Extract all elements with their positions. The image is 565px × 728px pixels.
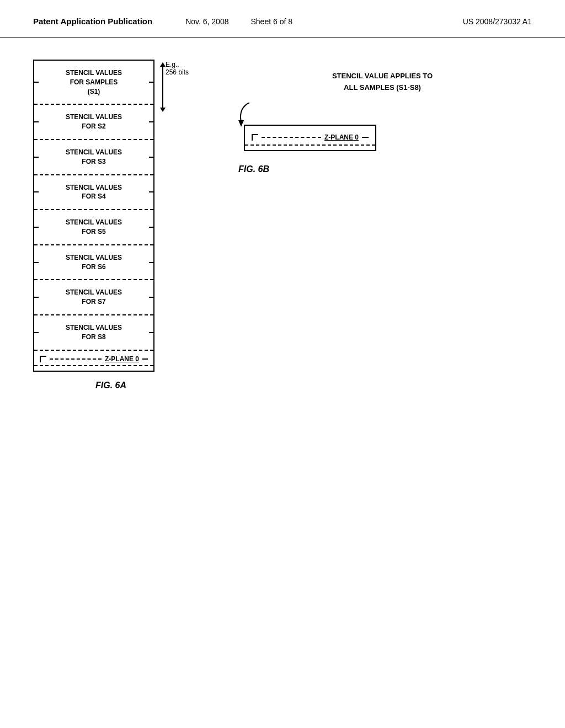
double-arrow [160,62,166,112]
s1-section: STENCIL VALUESFOR SAMPLES(S1) [34,61,153,104]
s3-section: STENCIL VALUESFOR S3 [34,140,153,174]
page-header: Patent Application Publication Nov. 6, 2… [0,0,565,38]
zplane-dash-line [50,358,102,360]
fig6b-main-box: Z-PLANE 0 [244,125,376,151]
s1-label: STENCIL VALUESFOR SAMPLES(S1) [39,61,149,104]
sheet-info: Sheet 6 of 8 [250,17,292,26]
fig6b-container: STENCIL VALUE APPLIES TOALL SAMPLES (S1-… [222,60,532,390]
s2-right-tick [149,121,154,122]
zplane-label-6a: Z-PLANE 0 [105,355,139,363]
bits-value-label: 256 bits [166,68,189,76]
s8-left-tick [33,332,39,333]
s1-right-tick [149,82,154,83]
spacer-bottom [34,366,153,371]
arrowhead-down-icon [160,108,166,112]
fig6a-main-box: STENCIL VALUESFOR SAMPLES(S1) STENCIL VA… [33,60,154,372]
s4-section: STENCIL VALUESFOR S4 [34,175,153,210]
s4-left-tick [33,191,39,192]
s4-label: STENCIL VALUESFOR S4 [39,175,149,210]
zplane-corner-icon [40,356,46,362]
s3-left-tick [33,157,39,158]
s2-section: STENCIL VALUESFOR S2 [34,105,153,139]
bits-arrow-area: E.g., 256 bits [160,60,189,112]
fig6b-applies-label: STENCIL VALUE APPLIES TOALL SAMPLES (S1-… [233,71,532,94]
s3-label: STENCIL VALUESFOR S3 [39,140,149,174]
s8-label: STENCIL VALUESFOR S8 [39,315,149,350]
s7-right-tick [149,297,154,298]
fig6b-zplane-label: Z-PLANE 0 [324,133,359,141]
arrow-tip [238,120,244,127]
s7-label: STENCIL VALUESFOR S7 [39,280,149,314]
s2-label: STENCIL VALUESFOR S2 [39,105,149,139]
s7-section: STENCIL VALUESFOR S7 [34,280,153,314]
s5-label: STENCIL VALUESFOR S5 [39,210,149,244]
s5-right-tick [149,227,154,228]
eg-label: E.g., [166,61,189,68]
fig6b-bottom-space [245,146,375,150]
content-area: STENCIL VALUESFOR SAMPLES(S1) STENCIL VA… [0,38,565,413]
s6-left-tick [33,262,39,263]
s6-label: STENCIL VALUESFOR S6 [39,245,149,280]
s2-left-tick [33,121,39,122]
s3-right-tick [149,157,154,158]
fig6a-caption: FIG. 6A [95,381,126,390]
fig6b-box-wrapper: Z-PLANE 0 [244,125,532,151]
fig6b-dash-left [262,137,321,138]
box-top-space [245,126,375,130]
fig6b-dash-right [362,137,369,138]
s6-section: STENCIL VALUESFOR S6 [34,245,153,280]
bits-label-area: E.g., 256 bits [166,60,189,76]
fig6b-corner-icon [252,134,258,141]
s8-right-tick [149,332,154,333]
arrow-shaft [162,67,163,108]
publication-title: Patent Application Publication [33,17,152,26]
fig6a-wrapper: STENCIL VALUESFOR SAMPLES(S1) STENCIL VA… [33,60,189,372]
curve-path [241,103,249,122]
fig6b-caption: FIG. 6B [238,164,532,174]
fig6a-container: STENCIL VALUESFOR SAMPLES(S1) STENCIL VA… [33,60,189,390]
s6-right-tick [149,262,154,263]
zplane-row: Z-PLANE 0 [34,351,153,365]
s5-section: STENCIL VALUESFOR S5 [34,210,153,244]
zplane-trail [142,358,148,360]
patent-number: US 2008/273032 A1 [463,17,532,26]
publication-date: Nov. 6, 2008 [185,17,228,26]
fig6b-zplane-row: Z-PLANE 0 [245,130,375,144]
arrowhead-up-icon [160,62,166,67]
s4-right-tick [149,191,154,192]
s1-left-tick [33,82,39,83]
s8-section: STENCIL VALUESFOR S8 [34,315,153,350]
s7-left-tick [33,297,39,298]
s5-left-tick [33,227,39,228]
